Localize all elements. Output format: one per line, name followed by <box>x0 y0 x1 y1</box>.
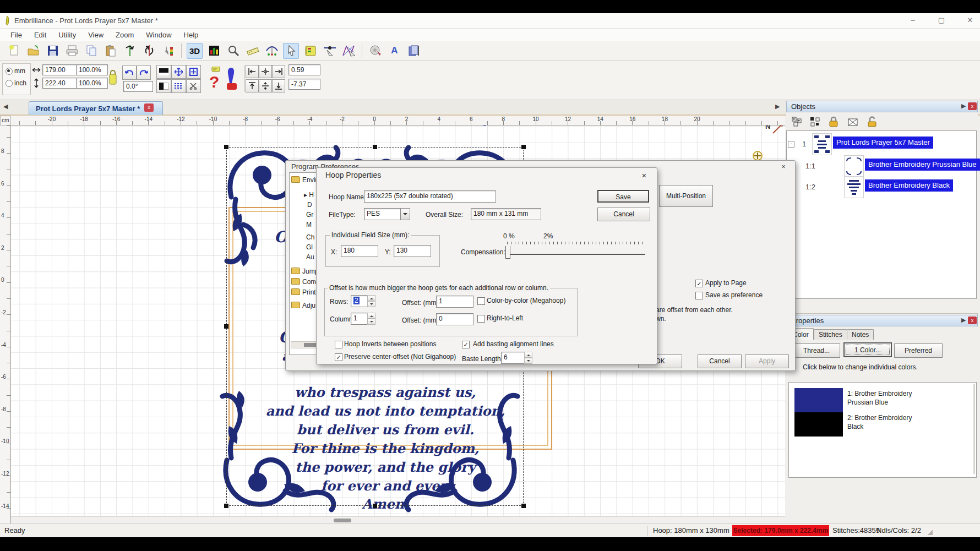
trim-scissors-button[interactable] <box>186 79 201 93</box>
object-thumbnail[interactable] <box>844 176 864 198</box>
rows-spinner[interactable] <box>367 295 375 307</box>
resize-grip[interactable] <box>927 530 933 535</box>
compensation-slider-handle[interactable] <box>505 246 510 259</box>
tab-stitches[interactable]: Stitches <box>814 329 847 340</box>
tree-item[interactable]: Conv <box>291 278 318 286</box>
thread-button[interactable]: Thread... <box>793 343 840 358</box>
save-icon[interactable] <box>45 43 61 59</box>
maximize-button[interactable]: ▢ <box>930 14 952 26</box>
tree-item[interactable]: ▸ H <box>304 191 314 199</box>
tree-item[interactable]: Printi <box>291 288 317 296</box>
lettering-icon[interactable]: A <box>386 43 402 59</box>
position-y-field[interactable]: -7.37 <box>288 79 320 90</box>
color-swatch[interactable] <box>794 388 843 412</box>
align-left-button[interactable] <box>246 65 259 78</box>
selection-handle[interactable] <box>521 145 526 149</box>
filetype-select[interactable]: PES <box>364 208 401 220</box>
columns-spinner[interactable] <box>367 313 375 325</box>
tab-scroll-right-icon[interactable]: ▶ <box>775 103 780 110</box>
tree-item[interactable]: Ch <box>306 233 314 241</box>
tab-scroll-left-icon[interactable]: ◀ <box>3 103 8 110</box>
object-row-label[interactable]: Prot Lords Prayer 5x7 Master <box>833 137 933 149</box>
fit-hoop-button[interactable] <box>186 65 201 79</box>
import-design-icon[interactable] <box>160 43 176 59</box>
one-color-button[interactable]: 1 Color... <box>843 342 892 357</box>
row-offset-input[interactable]: 1 <box>436 296 473 308</box>
aspect-lock-icon[interactable] <box>108 69 118 86</box>
multi-position-button[interactable]: Multi-Position <box>659 185 713 207</box>
tree-item[interactable]: Adjus <box>291 302 319 309</box>
object-row-label[interactable]: Brother Embroidery Black <box>865 179 953 192</box>
object-row-label[interactable]: Brother Embroidery Prussian Blue <box>865 159 980 171</box>
tree-item[interactable]: Jump <box>291 268 318 275</box>
save-as-preference-checkbox[interactable] <box>695 292 703 299</box>
angle-field[interactable]: 0.0° <box>123 81 153 92</box>
apply-button[interactable]: Apply <box>745 354 789 368</box>
rows-input[interactable]: 2 <box>351 295 368 307</box>
zoom-tool-icon[interactable] <box>225 43 241 59</box>
tree-item[interactable]: Envir <box>291 176 317 184</box>
canvas-horizontal-scrollbar[interactable] <box>11 516 785 524</box>
center-design-button[interactable] <box>171 65 186 79</box>
align-top-button[interactable] <box>246 79 259 92</box>
hide-object-icon[interactable] <box>845 114 861 129</box>
group-objects-icon[interactable] <box>789 114 804 129</box>
field-x-input[interactable]: 180 <box>341 245 378 257</box>
baste-spinner[interactable] <box>524 352 532 364</box>
ungroup-objects-icon[interactable] <box>807 114 822 129</box>
pin-icon[interactable]: ▶︎ <box>961 317 966 324</box>
baste-length-input[interactable]: 6 <box>501 352 525 364</box>
tree-item[interactable]: Gr <box>306 211 313 219</box>
copy-icon[interactable] <box>83 43 99 59</box>
document-tab[interactable]: Prot Lords Prayer 5x7 Master * <box>29 101 163 115</box>
selection-handle[interactable] <box>521 504 526 508</box>
close-button[interactable]: ✕ <box>959 14 980 26</box>
cancel-button[interactable]: Cancel <box>698 354 742 368</box>
tree-expander[interactable]: - <box>788 141 794 148</box>
menu-item[interactable]: Utility <box>52 31 82 39</box>
properties-close-icon[interactable]: x <box>968 317 977 324</box>
tree-item[interactable]: Au <box>306 253 314 261</box>
basting-checkbox[interactable]: ✓ <box>462 341 470 348</box>
menu-item[interactable]: Edit <box>28 31 52 39</box>
help-icon[interactable]: ? <box>206 66 222 92</box>
rotate-right-button[interactable] <box>137 66 151 80</box>
rotate-left-button[interactable] <box>122 66 137 80</box>
menu-item[interactable]: Zoom <box>110 31 140 39</box>
tab-notes[interactable]: Notes <box>847 329 874 340</box>
align-right-button[interactable] <box>272 65 285 78</box>
hoop-name-input[interactable]: 180x225 (5x7 double rotated) <box>364 190 496 203</box>
cancel-button[interactable]: Cancel <box>597 208 650 221</box>
tree-item[interactable]: M <box>306 221 312 228</box>
col-offset-input[interactable]: 0 <box>436 313 473 325</box>
unit-inch-radio[interactable] <box>6 80 13 87</box>
color-list-scrollbar[interactable] <box>973 384 975 474</box>
align-center-h-button[interactable] <box>259 65 272 78</box>
align-center-v-button[interactable] <box>259 79 272 92</box>
object-thumbnail[interactable] <box>844 155 864 177</box>
menu-item[interactable]: Window <box>140 31 177 39</box>
field-y-input[interactable]: 130 <box>394 245 431 257</box>
flip-vertical-icon[interactable] <box>141 43 157 59</box>
preserve-checkbox[interactable]: ✓ <box>335 353 342 361</box>
align-bottom-button[interactable] <box>272 79 285 92</box>
node-edit-icon[interactable] <box>322 43 337 59</box>
unlock-icon[interactable] <box>864 114 880 129</box>
height-percent-field[interactable]: 100.0% <box>76 78 108 89</box>
contrast-view-button[interactable] <box>156 65 171 79</box>
objects-close-icon[interactable]: x <box>968 102 977 110</box>
pin-icon[interactable]: ▶︎ <box>961 102 966 110</box>
design-library-icon[interactable] <box>367 43 383 59</box>
selection-handle[interactable] <box>224 324 228 329</box>
stitch-simulator-icon[interactable] <box>224 66 239 92</box>
selection-handle[interactable] <box>373 145 377 149</box>
print-icon[interactable] <box>64 43 80 59</box>
hoop-dialog-close-icon[interactable]: × <box>639 171 649 180</box>
menu-item[interactable]: Help <box>178 31 205 39</box>
stitch-points-icon[interactable] <box>264 43 280 59</box>
apply-to-page-checkbox[interactable]: ✓ <box>695 280 703 287</box>
height-field[interactable]: 222.40 <box>42 78 77 89</box>
new-document-icon[interactable] <box>6 43 22 59</box>
lock-icon[interactable] <box>825 114 841 129</box>
width-percent-field[interactable]: 100.0% <box>76 64 108 75</box>
